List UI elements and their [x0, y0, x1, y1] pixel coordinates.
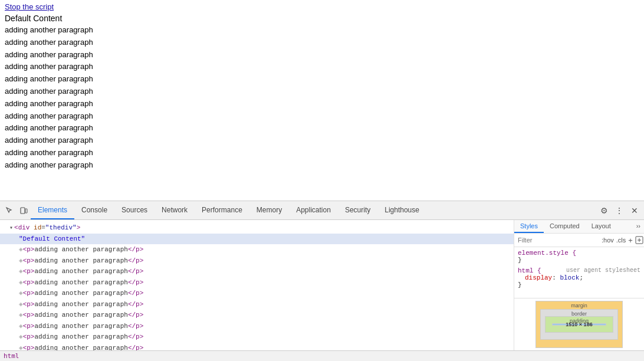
tab-performance[interactable]: Performance [195, 201, 249, 219]
page-paragraph: adding another paragraph [5, 122, 639, 134]
html-style-rule: html { user agent stylesheet display: bl… [518, 267, 640, 288]
inspect-element-button[interactable] [2, 204, 17, 218]
html-line-text[interactable]: "Default Content" [0, 234, 514, 245]
tab-lighthouse[interactable]: Lighthouse [377, 201, 426, 219]
tab-security[interactable]: Security [338, 201, 377, 219]
svg-rect-0 [21, 208, 25, 214]
elements-panel[interactable]: ▾<div id="thediv"> "Default Content" ◈<p… [0, 220, 514, 350]
new-style-rule-button[interactable] [635, 235, 643, 245]
html-line-p9[interactable]: ◈<p>adding another paragraph</p> [0, 332, 514, 343]
html-breadcrumb-bar: html [0, 350, 644, 361]
tab-elements[interactable]: Elements [31, 201, 74, 219]
devtools-panel: Elements Console Sources Network Perform… [0, 201, 644, 361]
page-paragraph: adding another paragraph [5, 61, 639, 73]
box-model-diagram: margin border padding 1510 × 186 [535, 301, 623, 348]
default-content-heading: Default Content [5, 14, 639, 23]
html-line-p7[interactable]: ◈<p>adding another paragraph</p> [0, 310, 514, 321]
margin-label: margin [571, 303, 587, 309]
user-agent-label: user agent stylesheet [566, 267, 640, 274]
page-paragraph: adding another paragraph [5, 110, 639, 123]
element-style-close: } [518, 257, 640, 264]
tab-memory[interactable]: Memory [249, 201, 289, 219]
styles-tabs: Styles Computed Layout ›› [514, 220, 644, 234]
paragraphs-container: adding another paragraphadding another p… [5, 24, 639, 172]
devtools-body: ▾<div id="thediv"> "Default Content" ◈<p… [0, 220, 644, 350]
html-line-p10[interactable]: ◈<p>adding another paragraph</p> [0, 343, 514, 351]
add-style-button[interactable]: + [628, 236, 633, 245]
styles-filter-input[interactable] [518, 237, 599, 244]
page-paragraph: adding another paragraph [5, 73, 639, 86]
devtools-tabs: Elements Console Sources Network Perform… [31, 201, 597, 219]
cls-button[interactable]: .cls [616, 237, 626, 244]
html-style-close: } [518, 281, 640, 288]
box-content: 1510 × 186 [552, 323, 606, 326]
page-paragraph: adding another paragraph [5, 24, 639, 37]
styles-tab-computed[interactable]: Computed [544, 220, 586, 233]
box-model: margin border padding 1510 × 186 [514, 298, 644, 350]
html-breadcrumb-html[interactable]: html [4, 352, 19, 360]
styles-tab-styles[interactable]: Styles [514, 220, 544, 233]
content-size: 1510 × 186 [566, 321, 592, 327]
tab-network[interactable]: Network [155, 201, 195, 219]
page-content: Stop the script Default Content adding a… [0, 0, 644, 201]
styles-filter-bar: :hov .cls + [514, 234, 644, 247]
page-paragraph: adding another paragraph [5, 86, 639, 98]
page-paragraph: adding another paragraph [5, 37, 639, 49]
html-line-p8[interactable]: ◈<p>adding another paragraph</p> [0, 321, 514, 332]
styles-more-tabs[interactable]: ›› [633, 220, 644, 233]
styles-content: element.style { } html { user agent styl… [514, 247, 644, 298]
element-style-selector: element.style { [518, 250, 640, 257]
page-paragraph: adding another paragraph [5, 98, 639, 110]
close-devtools-button[interactable]: ✕ [627, 204, 642, 218]
stop-script-link[interactable]: Stop the script [5, 2, 639, 11]
page-paragraph: adding another paragraph [5, 134, 639, 147]
html-style-header: html { user agent stylesheet [518, 267, 640, 274]
svg-rect-1 [25, 209, 27, 213]
element-style-rule: element.style { } [518, 250, 640, 264]
page-paragraph: adding another paragraph [5, 147, 639, 159]
html-line-p6[interactable]: ◈<p>adding another paragraph</p> [0, 299, 514, 310]
page-paragraph: adding another paragraph [5, 159, 639, 172]
tab-console[interactable]: Console [74, 201, 114, 219]
html-line-p1[interactable]: ◈<p>adding another paragraph</p> [0, 244, 514, 255]
hov-button[interactable]: :hov [602, 237, 614, 244]
devtools-toolbar: Elements Console Sources Network Perform… [0, 201, 644, 220]
html-line-p2[interactable]: ◈<p>adding another paragraph</p> [0, 255, 514, 267]
styles-panel: Styles Computed Layout ›› :hov .cls + [514, 220, 644, 350]
more-options-button[interactable]: ⋮ [612, 204, 626, 218]
html-line-p3[interactable]: ◈<p>adding another paragraph</p> [0, 266, 514, 277]
tab-application[interactable]: Application [289, 201, 338, 219]
html-line-p5[interactable]: ◈<p>adding another paragraph</p> [0, 288, 514, 299]
settings-button[interactable]: ⚙ [597, 204, 611, 218]
html-display-property: display: block; [518, 274, 640, 281]
devtools-right-icons: ⚙ ⋮ ✕ [597, 204, 642, 218]
styles-tab-layout[interactable]: Layout [586, 220, 617, 233]
page-paragraph: adding another paragraph [5, 49, 639, 61]
tab-sources[interactable]: Sources [114, 201, 155, 219]
html-line-p4[interactable]: ◈<p>adding another paragraph</p> [0, 277, 514, 288]
html-line-div[interactable]: ▾<div id="thediv"> [0, 222, 514, 234]
device-toolbar-button[interactable] [17, 204, 31, 218]
